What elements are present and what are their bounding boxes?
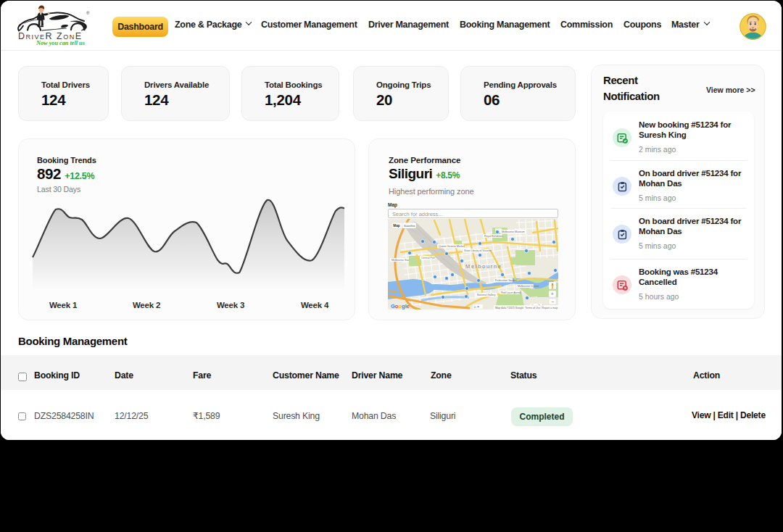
svg-text:Central Pall: Central Pall	[421, 257, 435, 259]
svg-text:National Gallery: National Gallery	[477, 294, 496, 296]
svg-text:Royal Exhibition: Royal Exhibition	[484, 235, 503, 238]
svg-text:Melbourne: Melbourne	[465, 263, 502, 270]
svg-text:Melbourne Museum: Melbourne Museum	[502, 230, 525, 233]
svg-text:Satellite: Satellite	[404, 224, 415, 228]
svg-text:+: +	[551, 291, 554, 296]
svg-text:DRIVER ZONE: DRIVER ZONE	[18, 31, 83, 41]
svg-text:Melbourne Star: Melbourne Star	[392, 259, 410, 262]
svg-text:Google: Google	[391, 303, 410, 309]
svg-text:Melbourne Cricket: Melbourne Cricket	[518, 285, 539, 288]
svg-text:Federation Square: Federation Square	[495, 279, 517, 282]
svg-text:State Library of Victoria: State Library of Victoria	[464, 249, 491, 252]
svg-text:Queen Victoria Market: Queen Victoria Market	[439, 245, 465, 248]
svg-text:®: ®	[86, 11, 90, 15]
svg-text:Now you can tell us: Now you can tell us	[36, 40, 85, 46]
svg-text:Map data ©2015 Google Terms o: Map data ©2015 Google Terms of Use Repor…	[495, 307, 558, 309]
svg-text:Map: Map	[393, 224, 400, 228]
svg-text:−: −	[551, 299, 554, 304]
svg-text:Rod Laver Arena: Rod Laver Arena	[501, 291, 521, 294]
svg-text:m ⚑: m ⚑	[474, 306, 480, 309]
